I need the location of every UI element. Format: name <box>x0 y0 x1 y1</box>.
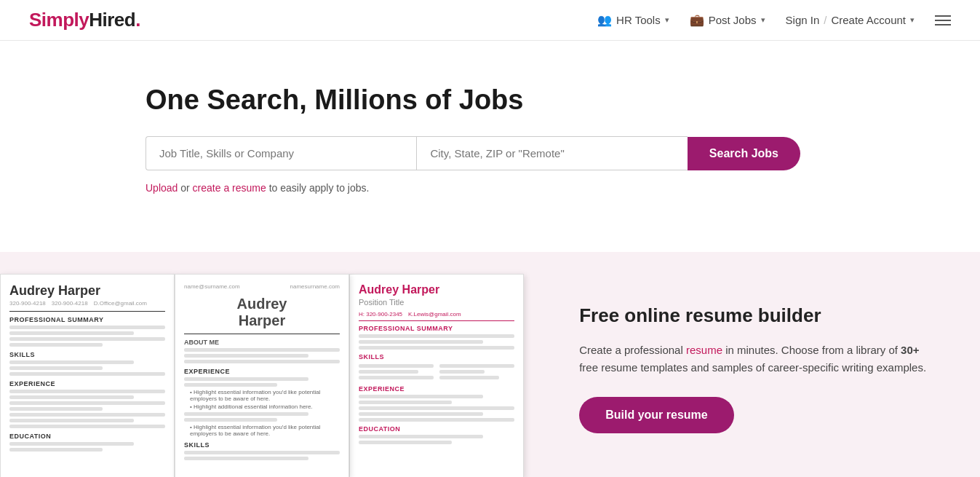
resume3-subtitle: Position Title <box>359 298 514 307</box>
resume3-sec4: EDUCATION <box>359 425 514 433</box>
resume1-sec2: SKILLS <box>9 351 165 358</box>
resume2-skills: SKILLS <box>184 441 340 449</box>
hero-section: One Search, Millions of Jobs Search Jobs… <box>0 41 980 223</box>
logo[interactable]: SimplyHired. <box>29 9 140 31</box>
hero-title: One Search, Millions of Jobs <box>146 84 951 116</box>
resume-section: Audrey Harper 320-900-4218320-900-4218D.… <box>0 252 980 477</box>
job-search-input[interactable] <box>146 136 416 170</box>
post-jobs-dropdown-icon: ▾ <box>761 15 765 25</box>
resume1-line <box>9 311 165 312</box>
hr-tools-dropdown-icon: ▾ <box>665 15 669 25</box>
post-jobs-nav[interactable]: 💼 Post Jobs ▾ <box>690 13 765 27</box>
auth-dropdown-icon: ▾ <box>910 15 915 25</box>
resume-preview-3: Audrey Harper Position Title H: 320-900-… <box>349 274 524 477</box>
upload-link[interactable]: Upload <box>146 182 178 194</box>
resume1-sec4: EDUCATION <box>9 433 165 440</box>
auth-divider: / <box>824 14 826 26</box>
resume3-line <box>359 320 514 321</box>
resume3-sec3: EXPERIENCE <box>359 385 514 393</box>
resume-builder-title: Free online resume builder <box>579 304 936 328</box>
resume2-name: AudreyHarper <box>184 296 340 329</box>
logo-simply: Simply <box>29 9 89 31</box>
resume3-name: Audrey Harper <box>359 283 514 296</box>
upload-or-text: or <box>180 182 192 194</box>
resume1-sec3: EXPERIENCE <box>9 380 165 387</box>
resume2-line1 <box>184 334 340 334</box>
create-account-link[interactable]: Create Account <box>831 14 906 26</box>
location-search-input[interactable] <box>416 136 687 170</box>
search-jobs-button[interactable]: Search Jobs <box>688 137 800 170</box>
nav-right: 👥 HR Tools ▾ 💼 Post Jobs ▾ Sign In / Cre… <box>597 13 951 27</box>
resume2-exp: EXPERIENCE <box>184 368 340 375</box>
resume1-name: Audrey Harper <box>9 283 165 299</box>
briefcase-icon: 💼 <box>690 13 704 27</box>
logo-dot: . <box>135 9 140 31</box>
hr-tools-nav[interactable]: 👥 HR Tools ▾ <box>597 13 669 27</box>
highlight-text: resume <box>686 344 722 356</box>
hr-tools-label: HR Tools <box>616 14 661 26</box>
resume1-contact: 320-900-4218320-900-4218D.Office@gmail.c… <box>9 300 165 307</box>
build-resume-button[interactable]: Build your resume <box>579 397 733 433</box>
resume3-sec1: PROFESSIONAL SUMMARY <box>359 325 514 332</box>
create-resume-link[interactable]: create a resume <box>193 182 266 194</box>
header: SimplyHired. 👥 HR Tools ▾ 💼 Post Jobs ▾ … <box>0 0 980 41</box>
logo-hired: Hired <box>89 9 135 31</box>
resume-previews: Audrey Harper 320-900-4218320-900-4218D.… <box>0 252 535 477</box>
resume2-about: ABOUT ME <box>184 339 340 346</box>
search-bar: Search Jobs <box>146 136 800 170</box>
resume2-header-line: name@surname.comnamesurname.com <box>184 283 340 290</box>
hamburger-menu[interactable] <box>935 15 951 25</box>
upload-suffix-text: to easily apply to jobs. <box>269 182 370 194</box>
people-icon: 👥 <box>597 13 612 27</box>
auth-links: Sign In / Create Account ▾ <box>786 14 915 26</box>
resume3-contact: H: 320-900-2345K.Lewis@gmail.com <box>359 311 514 318</box>
resume-preview-2: name@surname.comnamesurname.com AudreyHa… <box>175 274 349 477</box>
resume-preview-1: Audrey Harper 320-900-4218320-900-4218D.… <box>0 274 175 477</box>
resume1-sec1: PROFESSIONAL SUMMARY <box>9 316 165 323</box>
post-jobs-label: Post Jobs <box>709 14 757 26</box>
resume-upload-text: Upload or create a resume to easily appl… <box>146 182 951 194</box>
resume-info-panel: Free online resume builder Create a prof… <box>535 252 980 477</box>
resume3-sec2: SKILLS <box>359 353 514 360</box>
sign-in-link[interactable]: Sign In <box>786 14 820 26</box>
resume-builder-desc: Create a professional resume in minutes.… <box>579 342 936 377</box>
